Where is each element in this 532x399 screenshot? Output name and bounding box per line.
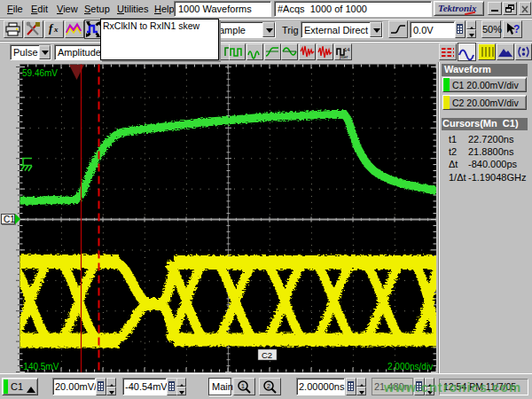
svg-text:-140.5mV: -140.5mV <box>20 362 59 372</box>
svg-text:1: 1 <box>241 383 245 389</box>
svg-text:2: 2 <box>267 383 270 389</box>
svg-text:jitter: jitter <box>339 54 348 59</box>
svg-text:2.000ns/div: 2.000ns/div <box>387 362 433 372</box>
svg-text:?: ? <box>513 23 520 35</box>
svg-text:14: 14 <box>344 47 350 52</box>
svg-text:59.46mV: 59.46mV <box>22 68 58 78</box>
svg-text:C2: C2 <box>262 350 272 360</box>
